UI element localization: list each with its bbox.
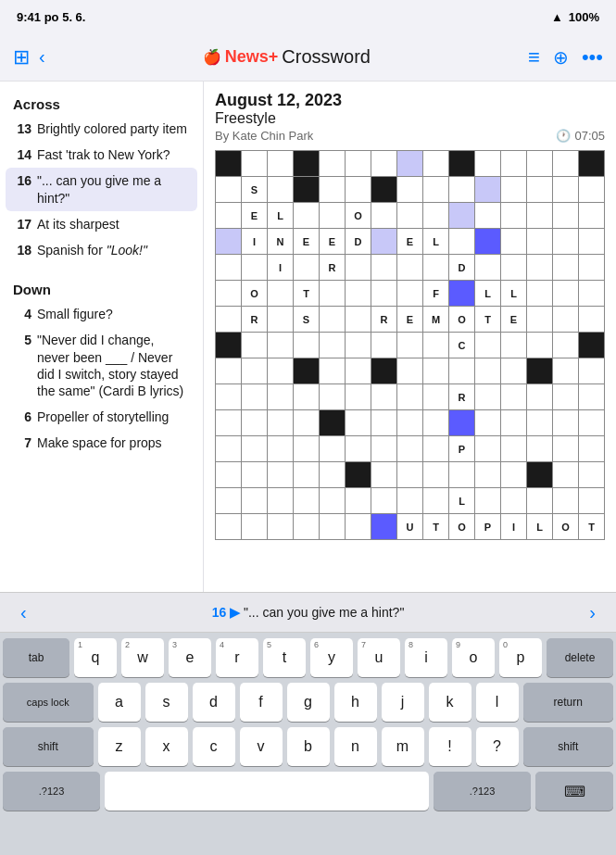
grid-cell[interactable]: [216, 410, 241, 435]
grid-cell[interactable]: L: [423, 229, 448, 254]
grid-cell[interactable]: [501, 333, 526, 358]
grid-cell[interactable]: [449, 281, 474, 306]
grid-cell[interactable]: [527, 307, 552, 332]
grid-cell[interactable]: [397, 462, 422, 487]
grid-cell[interactable]: C: [449, 333, 474, 358]
grid-cell[interactable]: [553, 255, 578, 280]
grid-cell[interactable]: [242, 384, 267, 409]
grid-cell[interactable]: P: [475, 514, 500, 539]
grid-cell[interactable]: [320, 333, 345, 358]
grid-cell[interactable]: [527, 358, 552, 383]
b-key[interactable]: b: [287, 727, 330, 766]
grid-cell[interactable]: [579, 384, 604, 409]
grid-cell[interactable]: [242, 436, 267, 461]
grid-cell[interactable]: [320, 151, 345, 176]
grid-cell[interactable]: [579, 255, 604, 280]
sidebar-toggle-icon[interactable]: ⊞: [13, 45, 30, 69]
grid-cell[interactable]: [501, 410, 526, 435]
grid-cell[interactable]: [397, 384, 422, 409]
grid-cell[interactable]: E: [397, 229, 422, 254]
clue-across-17[interactable]: 17 At its sharpest: [0, 211, 203, 237]
grid-cell[interactable]: [242, 514, 267, 539]
grid-cell[interactable]: [216, 307, 241, 332]
grid-cell[interactable]: [423, 203, 448, 228]
grid-cell[interactable]: P: [449, 436, 474, 461]
clue-down-5[interactable]: 5 "Never did I change, never been ___ / …: [0, 327, 203, 404]
grid-cell[interactable]: [423, 358, 448, 383]
grid-cell[interactable]: [579, 488, 604, 513]
shift-right-key[interactable]: shift: [523, 727, 614, 766]
grid-cell[interactable]: [553, 151, 578, 176]
l-key[interactable]: l: [476, 683, 519, 722]
grid-cell[interactable]: [371, 177, 396, 202]
grid-cell[interactable]: L: [268, 203, 293, 228]
grid-cell[interactable]: [423, 410, 448, 435]
grid-cell[interactable]: [294, 203, 319, 228]
grid-cell[interactable]: [216, 333, 241, 358]
grid-cell[interactable]: R: [371, 307, 396, 332]
grid-cell[interactable]: [397, 410, 422, 435]
k-key[interactable]: k: [429, 683, 471, 722]
grid-cell[interactable]: [216, 514, 241, 539]
grid-cell[interactable]: [242, 410, 267, 435]
grid-cell[interactable]: [216, 462, 241, 487]
grid-cell[interactable]: [242, 151, 267, 176]
grid-cell[interactable]: O: [553, 514, 578, 539]
grid-cell[interactable]: [553, 462, 578, 487]
n-key[interactable]: n: [334, 727, 377, 766]
grid-cell[interactable]: [553, 358, 578, 383]
grid-cell[interactable]: [397, 255, 422, 280]
tab-key[interactable]: tab: [3, 638, 69, 677]
grid-cell[interactable]: S: [294, 307, 319, 332]
grid-cell[interactable]: [216, 358, 241, 383]
grid-cell[interactable]: [242, 462, 267, 487]
next-clue-button[interactable]: ›: [584, 602, 601, 623]
grid-cell[interactable]: [553, 436, 578, 461]
grid-cell[interactable]: [268, 307, 293, 332]
grid-cell[interactable]: [423, 384, 448, 409]
grid-cell[interactable]: [449, 358, 474, 383]
grid-cell[interactable]: [371, 333, 396, 358]
grid-cell[interactable]: [579, 333, 604, 358]
shift-left-key[interactable]: shift: [3, 727, 94, 766]
grid-cell[interactable]: [294, 514, 319, 539]
clue-down-4[interactable]: 4 Small figure?: [0, 301, 203, 327]
grid-cell[interactable]: M: [423, 307, 448, 332]
grid-cell[interactable]: I: [242, 229, 267, 254]
grid-cell[interactable]: [397, 203, 422, 228]
grid-cell[interactable]: [527, 384, 552, 409]
grid-cell[interactable]: F: [423, 281, 448, 306]
grid-cell[interactable]: [397, 281, 422, 306]
grid-cell[interactable]: [268, 333, 293, 358]
grid-cell[interactable]: [423, 436, 448, 461]
grid-cell[interactable]: [371, 229, 396, 254]
grid-cell[interactable]: O: [346, 203, 371, 228]
grid-cell[interactable]: [268, 177, 293, 202]
grid-cell[interactable]: [346, 177, 371, 202]
prev-clue-button[interactable]: ‹: [15, 602, 32, 623]
r-key[interactable]: 4r: [216, 638, 258, 677]
grid-cell[interactable]: [553, 333, 578, 358]
grid-cell[interactable]: [501, 151, 526, 176]
grid-cell[interactable]: [268, 358, 293, 383]
grid-cell[interactable]: [501, 384, 526, 409]
grid-cell[interactable]: [423, 333, 448, 358]
q-key[interactable]: 1q: [74, 638, 117, 677]
grid-cell[interactable]: [475, 436, 500, 461]
grid-cell[interactable]: [527, 333, 552, 358]
grid-cell[interactable]: [216, 203, 241, 228]
y-key[interactable]: 6y: [310, 638, 353, 677]
grid-cell[interactable]: [346, 333, 371, 358]
grid-cell[interactable]: [501, 255, 526, 280]
grid-cell[interactable]: [242, 333, 267, 358]
grid-cell[interactable]: E: [501, 307, 526, 332]
grid-cell[interactable]: D: [449, 255, 474, 280]
grid-cell[interactable]: [294, 255, 319, 280]
grid-cell[interactable]: [423, 462, 448, 487]
grid-cell[interactable]: [371, 255, 396, 280]
grid-cell[interactable]: T: [475, 307, 500, 332]
grid-cell[interactable]: [527, 229, 552, 254]
grid-cell[interactable]: [346, 488, 371, 513]
grid-cell[interactable]: [397, 358, 422, 383]
exclaim-key[interactable]: !: [429, 727, 471, 766]
